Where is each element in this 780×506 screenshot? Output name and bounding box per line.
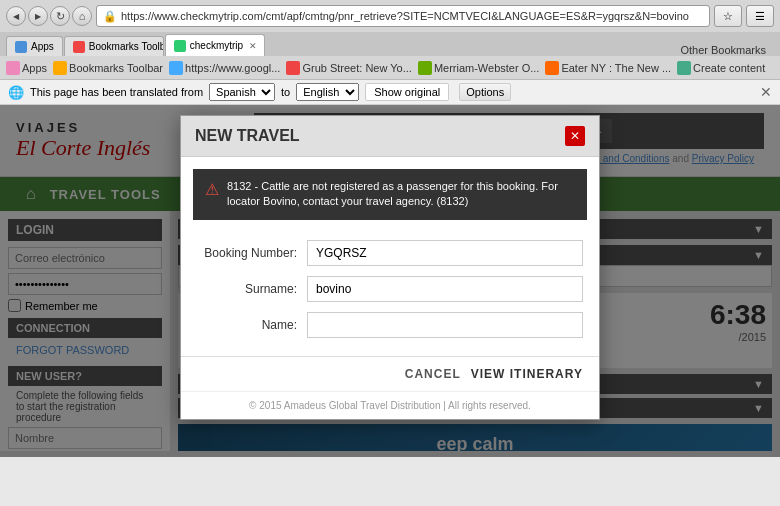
tab-label: Bookmarks Toolbar [89, 41, 164, 52]
booking-number-row: Booking Number: [197, 240, 583, 266]
bookmark-icon [418, 61, 432, 75]
bookmark-apps[interactable]: Apps [6, 61, 47, 75]
modal-footer: CANCEL VIEW ITINERARY [181, 356, 599, 391]
name-label: Name: [197, 318, 307, 332]
back-button[interactable] [6, 6, 26, 26]
tab-favicon [73, 41, 85, 53]
bookmark-icon [169, 61, 183, 75]
tab-apps[interactable]: Apps [6, 36, 63, 56]
browser-actions: ☆ ☰ [714, 5, 774, 27]
browser-toolbar: 🔒 https://www.checkmytrip.com/cmt/apf/cm… [0, 0, 780, 32]
menu-button[interactable]: ☰ [746, 5, 774, 27]
bookmark-eater[interactable]: Eater NY : The New ... [545, 61, 671, 75]
error-message: 8132 - Cattle are not registered as a pa… [227, 179, 575, 210]
bookmark-google[interactable]: https://www.googl... [169, 61, 280, 75]
nav-buttons [6, 6, 92, 26]
bookmark-merriam[interactable]: Merriam-Webster O... [418, 61, 540, 75]
modal-title: NEW TRAVEL [195, 127, 300, 145]
modal-form: Booking Number: Surname: Name: [181, 232, 599, 356]
bookmark-label: Eater NY : The New ... [561, 62, 671, 74]
modal-close-button[interactable]: ✕ [565, 126, 585, 146]
other-bookmarks[interactable]: Other Bookmarks [672, 44, 774, 56]
tab-checkmytrip[interactable]: checkmytrip ✕ [165, 34, 265, 56]
bookmark-label: https://www.googl... [185, 62, 280, 74]
to-language-select[interactable]: English [296, 83, 359, 101]
modal-overlay: NEW TRAVEL ✕ ⚠ 8132 - Cattle are not reg… [0, 105, 780, 457]
booking-number-input[interactable] [307, 240, 583, 266]
lock-icon: 🔒 [103, 10, 117, 23]
bookmark-icon [6, 61, 20, 75]
to-label: to [281, 86, 290, 98]
bookmark-label: Grub Street: New Yo... [302, 62, 411, 74]
from-language-select[interactable]: Spanish [209, 83, 275, 101]
tab-favicon [174, 40, 186, 52]
bookmark-label: Bookmarks Toolbar [69, 62, 163, 74]
refresh-button[interactable] [50, 6, 70, 26]
tab-label: Apps [31, 41, 54, 52]
bookmarks-bar: Apps Bookmarks Toolbar https://www.googl… [0, 56, 780, 80]
tab-bookmarks[interactable]: Bookmarks Toolbar [64, 36, 164, 56]
name-row: Name: [197, 312, 583, 338]
view-itinerary-button[interactable]: VIEW ITINERARY [471, 367, 583, 381]
browser-chrome: 🔒 https://www.checkmytrip.com/cmt/apf/cm… [0, 0, 780, 105]
address-bar[interactable]: 🔒 https://www.checkmytrip.com/cmt/apf/cm… [96, 5, 710, 27]
cancel-button[interactable]: CANCEL [405, 367, 461, 381]
show-original-button[interactable]: Show original [365, 83, 449, 101]
modal-header: NEW TRAVEL ✕ [181, 116, 599, 157]
bookmark-icon [677, 61, 691, 75]
star-button[interactable]: ☆ [714, 5, 742, 27]
page-content: VIAJES El Corte Inglés NEW TRAVEL ▶ By e… [0, 105, 780, 457]
options-button[interactable]: Options [459, 83, 511, 101]
surname-label: Surname: [197, 282, 307, 296]
translation-prefix: This page has been translated from [30, 86, 203, 98]
bookmark-icon [545, 61, 559, 75]
bookmark-label: Merriam-Webster O... [434, 62, 540, 74]
translation-close-icon[interactable]: ✕ [760, 84, 772, 100]
forward-button[interactable] [28, 6, 48, 26]
tab-close-icon[interactable]: ✕ [249, 41, 257, 51]
bookmark-label: Create content [693, 62, 765, 74]
url-text: https://www.checkmytrip.com/cmt/apf/cmtn… [121, 10, 689, 22]
bookmark-icon [53, 61, 67, 75]
surname-row: Surname: [197, 276, 583, 302]
modal-error-box: ⚠ 8132 - Cattle are not registered as a … [193, 169, 587, 220]
name-input[interactable] [307, 312, 583, 338]
bookmark-toolbar[interactable]: Bookmarks Toolbar [53, 61, 163, 75]
error-icon: ⚠ [205, 179, 219, 201]
tab-label: checkmytrip [190, 40, 243, 51]
bookmark-icon [286, 61, 300, 75]
modal: NEW TRAVEL ✕ ⚠ 8132 - Cattle are not reg… [180, 115, 600, 420]
booking-number-label: Booking Number: [197, 246, 307, 260]
tabs-bar: Apps Bookmarks Toolbar checkmytrip ✕ Oth… [0, 32, 780, 56]
bookmark-label: Apps [22, 62, 47, 74]
modal-copyright: © 2015 Amadeus Global Travel Distributio… [181, 391, 599, 419]
bookmark-grub[interactable]: Grub Street: New Yo... [286, 61, 411, 75]
tab-favicon [15, 41, 27, 53]
translate-icon: 🌐 [8, 85, 24, 100]
translation-bar: 🌐 This page has been translated from Spa… [0, 80, 780, 105]
surname-input[interactable] [307, 276, 583, 302]
bookmark-create[interactable]: Create content [677, 61, 765, 75]
home-button[interactable] [72, 6, 92, 26]
